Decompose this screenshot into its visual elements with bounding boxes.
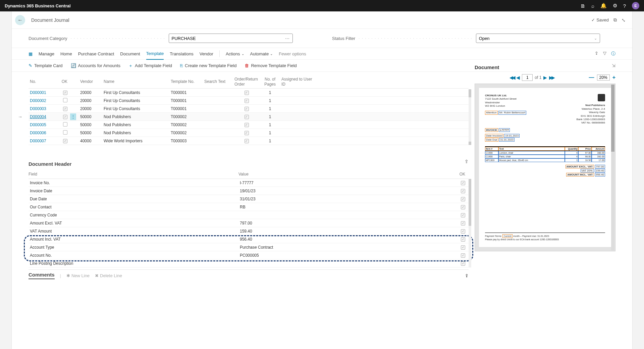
ok-checkbox: [461, 229, 465, 234]
table-row[interactable]: D00000740000Wide World ImportersT0000031: [29, 137, 469, 145]
share-icon[interactable]: ⇪: [595, 51, 598, 57]
ok-checkbox: [461, 253, 465, 258]
ok-checkbox[interactable]: [63, 139, 67, 143]
accounts-button[interactable]: 🔄Accounts for Amounts: [71, 63, 120, 68]
page-number-input[interactable]: [522, 74, 533, 81]
header-row[interactable]: Invoice No.I-77777: [29, 179, 469, 187]
status-label: Status Filter: [332, 36, 355, 41]
row-no-link[interactable]: D000004: [30, 114, 46, 119]
zoom-out-icon[interactable]: —: [589, 74, 594, 81]
comments-title[interactable]: Comments: [29, 272, 55, 279]
row-no-link[interactable]: D000006: [30, 131, 46, 135]
avatar[interactable]: E: [632, 2, 639, 9]
header-row[interactable]: Account No.PC000005: [29, 251, 469, 259]
header-row[interactable]: Our ContactRB: [29, 203, 469, 211]
doc-to: Nod Publishers Waterloo Place, 2-4 Waver…: [577, 94, 605, 125]
row-no-link[interactable]: D000001: [30, 90, 46, 95]
ok-checkbox[interactable]: [63, 107, 67, 111]
table-row[interactable]: D00000550000Nod PublishersT0000021: [29, 121, 469, 129]
document-viewer[interactable]: CRONUS UK Ltd. 7122 South Ashford Street…: [475, 84, 615, 251]
template-card-button[interactable]: ✎Template Card: [29, 63, 63, 68]
ok-checkbox: [461, 261, 465, 266]
help-icon[interactable]: ?: [623, 3, 626, 9]
header-row[interactable]: Line Posting Description: [29, 259, 469, 267]
table-row[interactable]: D00000120000First Up ConsultantsT0000011: [29, 89, 469, 97]
header-row[interactable]: Invoice Date19/01/23: [29, 187, 469, 195]
header-row[interactable]: Due Date31/01/23: [29, 195, 469, 203]
back-button[interactable]: ←: [15, 15, 25, 25]
ok-checkbox: [461, 213, 465, 217]
ok-checkbox[interactable]: [63, 115, 67, 119]
order-checkbox: [245, 107, 249, 111]
order-checkbox: [245, 115, 249, 119]
menu-fewer[interactable]: Fewer options: [279, 51, 306, 56]
create-field-button[interactable]: ⎘Create new Template Field: [180, 63, 236, 68]
preview-title: Document: [475, 64, 615, 70]
document-icon[interactable]: 🗎: [580, 3, 585, 9]
ok-checkbox[interactable]: [63, 130, 67, 135]
menu-template[interactable]: Template: [146, 48, 164, 60]
row-no-link[interactable]: D000003: [30, 106, 46, 111]
prev-page-icon[interactable]: ◀: [516, 75, 520, 80]
menu-translations[interactable]: Translations: [170, 51, 193, 56]
menu-purchase-contract[interactable]: Purchase Contract: [78, 51, 114, 56]
header-row[interactable]: Account TypePurchase Contract: [29, 243, 469, 251]
order-checkbox: [245, 131, 249, 135]
ok-checkbox[interactable]: [63, 98, 67, 102]
order-checkbox: [245, 99, 249, 103]
row-no-link[interactable]: D000005: [30, 122, 46, 127]
row-pointer-icon: →: [18, 114, 22, 119]
ok-checkbox: [461, 181, 465, 185]
order-checkbox: [245, 123, 249, 127]
comments-share-icon[interactable]: ⇪: [465, 273, 469, 278]
ok-checkbox: [461, 205, 465, 209]
menu-vendor[interactable]: Vendor: [200, 51, 213, 56]
collapse-icon[interactable]: ⤡: [622, 17, 626, 23]
ok-checkbox: [461, 221, 465, 226]
category-input[interactable]: PURCHASE⋯: [169, 34, 293, 43]
ok-checkbox: [461, 237, 465, 242]
settings-icon[interactable]: ⚙: [613, 3, 617, 9]
ok-checkbox[interactable]: [63, 91, 67, 95]
table-row[interactable]: D00000320000First Up ConsultantsT0000011: [29, 105, 469, 113]
zoom-value[interactable]: 20%: [597, 74, 610, 81]
info-icon[interactable]: ⓘ: [611, 51, 615, 57]
menu-actions[interactable]: Actions ⌄: [226, 51, 244, 56]
row-menu-icon[interactable]: ⋮: [70, 113, 76, 120]
section-share-icon[interactable]: ⇪: [465, 159, 469, 164]
delete-line-button[interactable]: ✖Delete Line: [95, 273, 122, 278]
table-row[interactable]: D00000220000First Up ConsultantsT0000011: [29, 97, 469, 105]
ok-checkbox[interactable]: [63, 122, 67, 127]
zoom-in-icon[interactable]: +: [612, 74, 615, 81]
page-of: of 1: [535, 75, 541, 80]
new-line-button[interactable]: ✱New Line: [66, 273, 90, 278]
ok-checkbox: [461, 197, 465, 201]
next-page-icon[interactable]: ▶: [543, 75, 547, 80]
status-input[interactable]: Open⌄: [476, 34, 600, 43]
popout-icon[interactable]: ⧉: [613, 17, 617, 23]
row-no-link[interactable]: D000002: [30, 98, 46, 103]
table-row[interactable]: D00000650000Nod PublishersT0000021: [29, 129, 469, 137]
category-label: Document Category: [29, 36, 67, 41]
doc-pager[interactable]: ◀◀ ◀ of 1 ▶ ▶▶: [509, 74, 554, 81]
grid-header: No.OK VendorName Template No.Search Text…: [29, 75, 469, 89]
header-row[interactable]: Amount Incl. VAT956.40: [29, 235, 469, 243]
menu-automate[interactable]: Automate ⌄: [250, 51, 273, 56]
table-row[interactable]: D000004⋮50000Nod PublishersT0000021→: [29, 113, 469, 121]
filter-icon[interactable]: ▽: [603, 51, 606, 57]
header-row[interactable]: VAT Amount159.40: [29, 227, 469, 235]
menu-document[interactable]: Document: [120, 51, 140, 56]
first-page-icon[interactable]: ◀◀: [509, 75, 514, 80]
menu-home[interactable]: Home: [60, 51, 72, 56]
header-row[interactable]: Currency Code: [29, 211, 469, 219]
menu-manage[interactable]: Manage: [39, 51, 54, 56]
row-no-link[interactable]: D000007: [30, 139, 46, 143]
search-icon[interactable]: ⌕: [591, 3, 594, 9]
remove-field-button[interactable]: 🗑Remove Template Field: [245, 63, 297, 68]
focus-mode-icon[interactable]: ▦: [29, 51, 33, 56]
notification-icon[interactable]: 🔔: [600, 3, 607, 9]
header-row[interactable]: Amount Excl. VAT797.00: [29, 219, 469, 227]
saved-indicator: ✓Saved: [591, 17, 609, 22]
add-field-button[interactable]: ＋Add Template Field: [128, 63, 172, 69]
last-page-icon[interactable]: ▶▶: [549, 75, 554, 80]
